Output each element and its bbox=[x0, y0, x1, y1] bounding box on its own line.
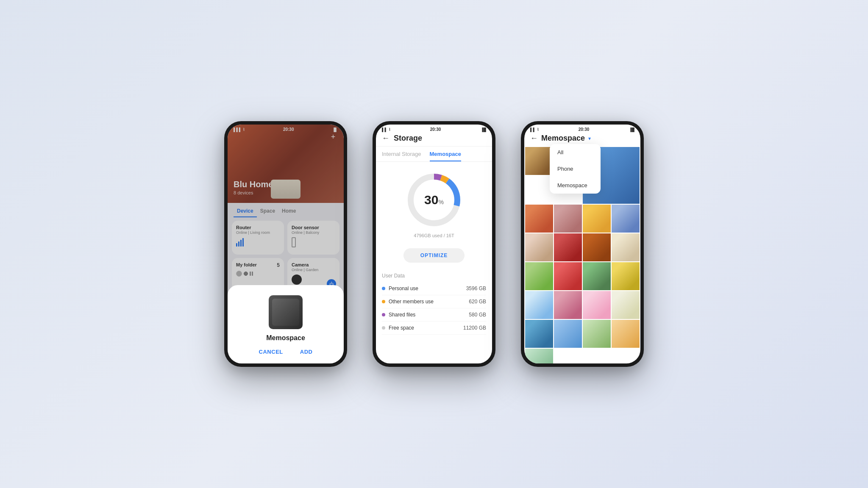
tab-internal-storage[interactable]: Internal Storage bbox=[382, 151, 421, 161]
wifi-icon: ⌇ bbox=[537, 128, 539, 132]
photo-7[interactable] bbox=[612, 205, 640, 233]
dropdown-item-all[interactable]: All bbox=[550, 144, 601, 161]
photo-6[interactable] bbox=[583, 205, 611, 233]
free-value: 11200 GB bbox=[463, 325, 486, 331]
photo-19[interactable] bbox=[612, 291, 640, 319]
photo-12[interactable] bbox=[525, 262, 553, 290]
photo-8[interactable] bbox=[525, 233, 553, 261]
personal-value: 3596 GB bbox=[466, 286, 486, 291]
data-item-personal-left: Personal use bbox=[382, 286, 418, 291]
personal-label: Personal use bbox=[389, 286, 418, 291]
phone2-screen: ▌▌ ⌇ 20:30 ▐█ ← Storage Internal Storage… bbox=[376, 125, 492, 363]
status-time: 20:30 bbox=[430, 127, 441, 132]
dropdown-item-phone[interactable]: Phone bbox=[550, 161, 601, 177]
data-item-free: Free space 11200 GB bbox=[382, 322, 486, 335]
phone1-screen: ▌▌▌ ⌇ 20:30 ▐▌ + Blu Home ▾ 8 devices bbox=[228, 125, 344, 363]
data-item-shared-left: Shared files bbox=[382, 312, 415, 318]
status-bar: ▌▌ ⌇ 20:30 ▐█ bbox=[524, 125, 640, 133]
signal-icon: ▌▌ bbox=[530, 128, 536, 132]
user-data-title: User Data bbox=[382, 273, 486, 279]
dialog-device-name: Memospace bbox=[266, 334, 305, 342]
other-value: 620 GB bbox=[469, 299, 486, 305]
photo-22[interactable] bbox=[583, 320, 611, 348]
dialog-actions: CANCEL ADD bbox=[259, 349, 313, 355]
data-item-free-left: Free space bbox=[382, 325, 414, 331]
signal-icon: ▌▌ bbox=[382, 128, 387, 132]
back-button[interactable]: ← bbox=[382, 134, 389, 143]
back-button[interactable]: ← bbox=[530, 134, 538, 143]
personal-dot bbox=[382, 287, 385, 290]
storage-chart: 30% 4796GB used / 16T bbox=[376, 162, 492, 242]
photo-14[interactable] bbox=[583, 262, 611, 290]
add-device-dialog: Memospace CANCEL ADD bbox=[228, 285, 344, 363]
other-label: Other members use bbox=[389, 299, 434, 305]
photo-20[interactable] bbox=[525, 320, 553, 348]
photo-18[interactable] bbox=[583, 291, 611, 319]
battery-icon: ▐█ bbox=[481, 128, 486, 132]
status-bar: ▌▌ ⌇ 20:30 ▐█ bbox=[376, 125, 492, 133]
tab-memospace[interactable]: Memospace bbox=[430, 151, 461, 161]
add-button[interactable]: ADD bbox=[300, 349, 313, 355]
free-dot bbox=[382, 326, 385, 330]
status-left: ▌▌ ⌇ bbox=[530, 128, 539, 132]
data-item-other: Other members use 620 GB bbox=[382, 295, 486, 308]
storage-percent: 30 bbox=[424, 193, 438, 207]
photo-4[interactable] bbox=[525, 205, 553, 233]
percent-sign: % bbox=[438, 199, 443, 205]
phone3-screen: ▌▌ ⌇ 20:30 ▐█ ← Memospace ▾ All Phone Me… bbox=[524, 125, 640, 363]
gallery-title: Memospace bbox=[541, 134, 585, 143]
phone-smart-home: ▌▌▌ ⌇ 20:30 ▐▌ + Blu Home ▾ 8 devices bbox=[224, 121, 347, 367]
donut-chart: 30% bbox=[404, 170, 464, 230]
shared-dot bbox=[382, 313, 385, 316]
status-left: ▌▌ ⌇ bbox=[382, 128, 390, 132]
photo-24[interactable] bbox=[525, 349, 553, 363]
photo-5[interactable] bbox=[554, 205, 582, 233]
photo-1[interactable] bbox=[525, 147, 553, 175]
wifi-icon: ⌇ bbox=[389, 128, 390, 132]
data-item-personal: Personal use 3596 GB bbox=[382, 282, 486, 295]
photo-17[interactable] bbox=[554, 291, 582, 319]
photo-23[interactable] bbox=[612, 320, 640, 348]
user-data-section: User Data Personal use 3596 GB Other mem… bbox=[376, 269, 492, 339]
storage-tabs: Internal Storage Memospace bbox=[376, 147, 492, 162]
phone-gallery: ▌▌ ⌇ 20:30 ▐█ ← Memospace ▾ All Phone Me… bbox=[521, 121, 644, 367]
page-title: Storage bbox=[394, 134, 422, 143]
photo-16[interactable] bbox=[525, 291, 553, 319]
storage-subtitle: 4796GB used / 16T bbox=[414, 233, 454, 238]
photo-9[interactable] bbox=[554, 233, 582, 261]
filter-dropdown: All Phone Memospace bbox=[550, 144, 601, 194]
battery-icon: ▐█ bbox=[629, 128, 634, 132]
phone-storage: ▌▌ ⌇ 20:30 ▐█ ← Storage Internal Storage… bbox=[373, 121, 495, 367]
shared-value: 580 GB bbox=[469, 312, 486, 318]
cancel-button[interactable]: CANCEL bbox=[259, 349, 283, 355]
shared-label: Shared files bbox=[389, 312, 415, 318]
photo-13[interactable] bbox=[554, 262, 582, 290]
data-item-shared: Shared files 580 GB bbox=[382, 308, 486, 322]
photo-21[interactable] bbox=[554, 320, 582, 348]
memospace-device-image bbox=[269, 295, 303, 329]
donut-center: 30% bbox=[424, 193, 444, 207]
optimize-section: OPTIMIZE bbox=[376, 242, 492, 269]
status-time: 20:30 bbox=[579, 127, 590, 132]
dropdown-item-memospace[interactable]: Memospace bbox=[550, 177, 601, 194]
photo-11[interactable] bbox=[612, 233, 640, 261]
data-item-other-left: Other members use bbox=[382, 299, 434, 305]
other-dot bbox=[382, 300, 385, 303]
photo-10[interactable] bbox=[583, 233, 611, 261]
free-label: Free space bbox=[389, 325, 414, 331]
dropdown-toggle[interactable]: ▾ bbox=[588, 136, 591, 141]
photo-15[interactable] bbox=[612, 262, 640, 290]
optimize-button[interactable]: OPTIMIZE bbox=[403, 248, 465, 263]
